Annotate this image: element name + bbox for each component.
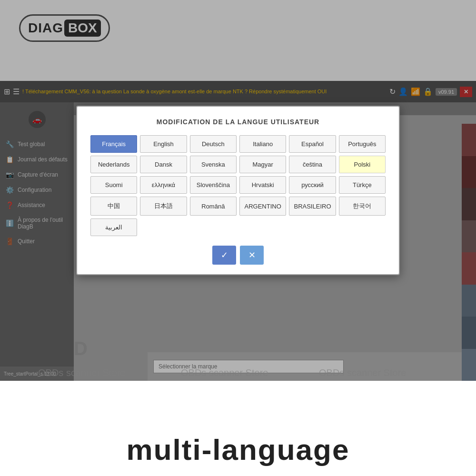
lang-btn-portugu-s[interactable]: Português [339,135,386,153]
lang-btn---------[interactable]: ελληνικά [140,176,187,194]
lang-btn-argentino[interactable]: ARGENTINO [239,197,286,216]
lang-btn-suomi[interactable]: Suomi [90,176,137,194]
modal-overlay: MODIFICATION DE LA LANGUE UTILISATEUR Fr… [0,0,476,381]
lang-btn-sloven--ina[interactable]: Slovenščina [190,176,237,194]
lang-btn--------[interactable]: العربية [90,218,137,236]
lang-btn--e-tina[interactable]: čeština [289,156,336,173]
lang-btn----[interactable]: 한국어 [339,197,386,216]
lang-btn-fran-ais[interactable]: Français [90,135,137,153]
cancel-button[interactable]: ✕ [240,246,264,265]
language-modal: MODIFICATION DE LA LANGUE UTILISATEUR Fr… [76,106,400,275]
modal-actions: ✓ ✕ [90,246,386,265]
lang-btn-deutsch[interactable]: Deutsch [190,135,237,153]
lang-btn-italiano[interactable]: Italiano [239,135,286,153]
footer-label: multi-language [0,433,476,466]
language-grid: FrançaisEnglishDeutschItalianoEspañolPor… [90,135,386,236]
lang-btn---[interactable]: 中国 [90,197,137,216]
lang-btn----[interactable]: 日本語 [140,197,187,216]
confirm-button[interactable]: ✓ [212,246,236,265]
lang-btn-espa-ol[interactable]: Español [289,135,336,153]
modal-title: MODIFICATION DE LA LANGUE UTILISATEUR [90,118,386,126]
lang-btn--------[interactable]: русский [289,176,336,194]
lang-btn-brasileiro[interactable]: BRASILEIRO [289,197,336,216]
lang-btn-magyar[interactable]: Magyar [239,156,286,173]
lang-btn-rom-n-[interactable]: Română [190,197,237,216]
lang-btn-polski[interactable]: Polski [339,156,386,173]
lang-btn-english[interactable]: English [140,135,187,153]
lang-btn-nederlands[interactable]: Nederlands [90,156,137,173]
lang-btn-hrvatski[interactable]: Hrvatski [239,176,286,194]
lang-btn-svenska[interactable]: Svenska [190,156,237,173]
lang-btn-dansk[interactable]: Dansk [140,156,187,173]
lang-btn-t-rk-e[interactable]: Türkçe [339,176,386,194]
